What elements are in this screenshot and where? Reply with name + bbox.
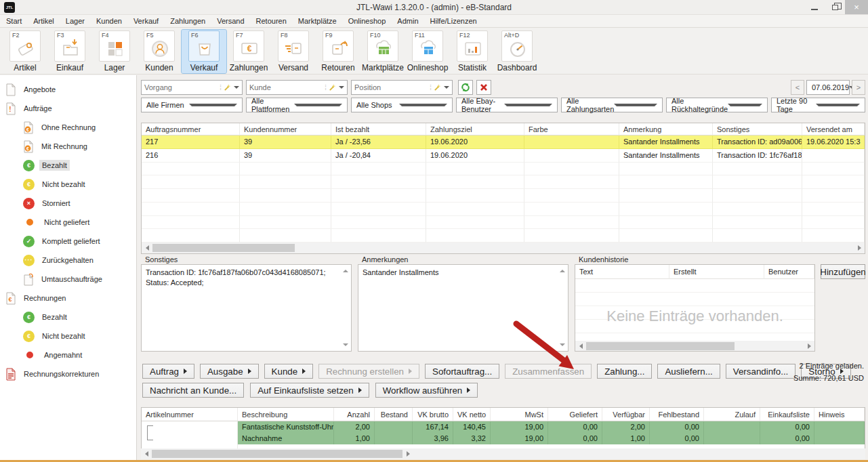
zusammenfassen-button[interactable]: Zusammenfassen [505, 364, 592, 379]
col-zulauf[interactable]: Zulauf [704, 408, 760, 421]
scroll-down-icon[interactable] [343, 343, 348, 346]
rechnung-erstellen-button[interactable]: Rechnung erstellen [318, 364, 419, 379]
order-row-216[interactable]: 21639 Ja / -20,8419.06.2020 Santander In… [142, 149, 865, 163]
vorgang-search-input[interactable]: Vorgang ⁞ [141, 80, 243, 95]
scrollbar-thumb[interactable] [152, 450, 402, 458]
position-row-1[interactable]: Fantastische Kunststoff-Uhr2,00 167,14 1… [238, 421, 865, 433]
toolbar-button-dashboard[interactable]: Alt+D Dashboard [495, 30, 539, 73]
kunde-button[interactable]: Kunde [264, 364, 314, 379]
positions-horizontal-scrollbar[interactable] [141, 448, 865, 459]
menu-retouren[interactable]: Retouren [256, 17, 287, 25]
position-search-input[interactable]: Position ⁞ [351, 80, 453, 95]
col-fehlbestand[interactable]: Fehlbestand [650, 408, 704, 421]
sidebar-item-auftraege[interactable]: ! Aufträge [0, 99, 136, 118]
position-row-2[interactable]: Nachnahme1,00 3,96 3,3219,00 0,001,00 0,… [238, 433, 865, 444]
menu-start[interactable]: Start [6, 17, 22, 25]
scroll-down-icon[interactable] [560, 343, 565, 346]
anmerkungen-textarea[interactable]: Santander Installments [358, 264, 569, 352]
col-text[interactable]: Text [575, 265, 669, 279]
col-anzahl[interactable]: Anzahl [334, 408, 375, 421]
ausliefern-button[interactable]: Ausliefern... [657, 364, 720, 379]
date-field[interactable]: 07.06.2019 [806, 80, 850, 95]
close-button[interactable]: × [845, 0, 868, 14]
sidebar-item-angebote[interactable]: Angebote [0, 80, 136, 99]
col-erstellt[interactable]: Erstellt [669, 265, 764, 279]
scroll-up-icon[interactable] [560, 270, 565, 272]
sidebar-item-ohne-rechnung[interactable]: € Ohne Rechnung [0, 118, 136, 137]
col-ist-bezahlt[interactable]: Ist bezahlt [331, 123, 426, 135]
auf-einkaufsliste-setzen-button[interactable]: Auf Einkaufsliste setzen [250, 383, 369, 398]
scrollbar-thumb[interactable] [586, 342, 735, 350]
col-auftragsnummer[interactable]: Auftragsnummer [142, 123, 240, 135]
scroll-right-icon[interactable] [854, 245, 865, 251]
toolbar-button-einkauf[interactable]: F3 Einkauf [47, 30, 92, 73]
nachricht-an-kunde-button[interactable]: Nachricht an Kunde... [142, 383, 244, 398]
ausgabe-button[interactable]: Ausgabe [200, 364, 259, 379]
versandinfo-button[interactable]: Versandinfo... [726, 364, 796, 379]
date-next-button[interactable]: > [852, 80, 865, 95]
ebay-benutzer-dropdown[interactable]: Alle Ebay-Benutzer [456, 98, 558, 112]
col-anmerkung[interactable]: Anmerkung [619, 123, 713, 135]
col-sonstiges[interactable]: Sonstiges [713, 123, 802, 135]
plattformen-dropdown[interactable]: Alle Plattformen [246, 98, 348, 112]
col-beschreibung[interactable]: Beschreibung [238, 408, 334, 421]
chevron-down-icon[interactable] [339, 86, 344, 89]
col-kundennummer[interactable]: Kundennummer [240, 123, 331, 135]
sidebar-item-bezahlt[interactable]: € Bezahlt [0, 156, 136, 175]
toolbar-button-artikel[interactable]: F2 Artikel [3, 30, 47, 73]
sidebar-item-mit-rechnung[interactable]: € Mit Rechnung [0, 137, 136, 156]
chevron-down-icon[interactable] [444, 86, 449, 89]
menu-hilfe-lizenzen[interactable]: Hilfe/Lizenzen [430, 17, 477, 25]
zahlungsarten-dropdown[interactable]: Alle Zahlungsarten [561, 98, 663, 112]
sidebar-item-komplett-geliefert[interactable]: ✓ Komplett geliefert [0, 232, 136, 251]
menu-verkauf[interactable]: Verkauf [133, 17, 159, 25]
col-zahlungsziel[interactable]: Zahlungsziel [426, 123, 524, 135]
toolbar-button-kunden[interactable]: F5 Kunden [137, 30, 182, 73]
col-artikelnummer[interactable]: Artikelnummer [142, 408, 238, 421]
sofortauftrag-button[interactable]: Sofortauftrag... [425, 364, 499, 379]
kundenhistorie-scrollbar[interactable] [575, 341, 814, 351]
order-row-217[interactable]: 21739 Ja / -23,5619.06.2020 Santander In… [142, 135, 865, 149]
sidebar-item-rechnungen[interactable]: € Rechnungen [0, 289, 136, 308]
menu-versand[interactable]: Versand [217, 17, 244, 25]
chevron-down-icon[interactable] [234, 86, 239, 89]
col-versendet-am[interactable]: Versendet am [802, 123, 865, 135]
sidebar-item-zurueckgehalten[interactable]: ··· Zurückgehalten [0, 251, 136, 270]
scroll-left-icon[interactable] [142, 245, 152, 251]
col-einkaufsliste[interactable]: Einkaufsliste [760, 408, 814, 421]
toolbar-button-verkauf[interactable]: F6 Verkauf [182, 30, 226, 73]
scroll-left-icon[interactable] [575, 343, 586, 349]
sidebar-item-rechnungen-bezahlt[interactable]: € Bezahlt [0, 308, 136, 327]
menu-lager[interactable]: Lager [66, 17, 85, 25]
menu-admin[interactable]: Admin [397, 17, 418, 25]
col-mwst[interactable]: MwSt [491, 408, 548, 421]
menu-artikel[interactable]: Artikel [33, 17, 54, 25]
toolbar-button-retouren[interactable]: F9 Retouren [316, 30, 360, 73]
sidebar-item-storniert[interactable]: × Storniert [0, 194, 136, 213]
col-bestand[interactable]: Bestand [375, 408, 413, 421]
date-prev-button[interactable]: < [791, 80, 804, 95]
col-vk-brutto[interactable]: VK brutto [413, 408, 453, 421]
scroll-up-icon[interactable] [343, 270, 348, 272]
sidebar-item-nicht-bezahlt[interactable]: € Nicht bezahlt [0, 175, 136, 194]
sidebar-item-nicht-geliefert[interactable]: Nicht geliefert [0, 213, 136, 232]
toolbar-button-zahlungen[interactable]: F7 € Zahlungen [226, 30, 271, 73]
restore-button[interactable] [825, 0, 845, 14]
workflow-ausfuehren-button[interactable]: Workflow ausführen [375, 383, 478, 398]
scroll-right-icon[interactable] [804, 343, 814, 349]
sidebar-item-rechnungen-nicht-bezahlt[interactable]: € Nicht bezahlt [0, 327, 136, 345]
sidebar-item-angemahnt[interactable]: Angemahnt [0, 345, 136, 364]
zeitraum-dropdown[interactable]: Letzte 90 Tage [771, 98, 865, 112]
sidebar-item-umtauschauftraege[interactable]: Umtauschaufträge [0, 270, 136, 289]
sonstiges-textarea[interactable]: Transaction ID: 1fc76af187fa06b07c043d41… [141, 264, 352, 352]
kunde-search-input[interactable]: Kunde ⁞ [246, 80, 348, 95]
clear-filter-button[interactable] [476, 80, 491, 95]
toolbar-button-marktplaetze[interactable]: F10 Marktplätze [360, 30, 405, 73]
firmen-dropdown[interactable]: Alle Firmen [141, 98, 243, 112]
col-farbe[interactable]: Farbe [524, 123, 619, 135]
minimize-button[interactable] [804, 0, 825, 14]
menu-zahlungen[interactable]: Zahlungen [170, 17, 205, 25]
menu-onlineshop[interactable]: Onlineshop [348, 17, 386, 25]
auftrag-button[interactable]: Auftrag [142, 364, 194, 379]
zahlung-button[interactable]: Zahlung... [597, 364, 652, 379]
